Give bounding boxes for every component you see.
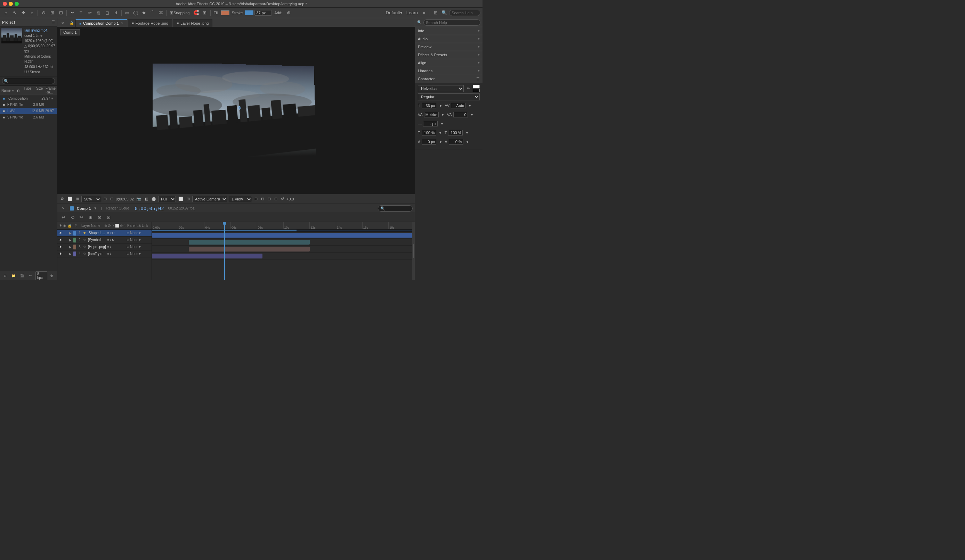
layer-switch-slash[interactable]: / (114, 231, 115, 235)
zoom-dropdown[interactable]: 50% 100% 25% (81, 196, 101, 202)
parent-dropdown-icon[interactable]: ▾ (139, 238, 141, 242)
camera-dropdown[interactable]: Active Camera Top Front (192, 196, 227, 202)
search-help-input[interactable] (449, 10, 481, 16)
parent-dropdown-icon[interactable]: ▾ (139, 231, 141, 235)
font-color-button[interactable]: ✏ (465, 85, 471, 92)
file-item[interactable]: ■ IamTrying.mp4 AVI 12.6 MB 29.97 (0, 108, 57, 114)
layer-expand-button[interactable]: ▶ (69, 245, 73, 249)
track-area[interactable]: 0:00s 02s 04s 06s 08s 10s 12s 14s 16s 18… (152, 222, 415, 280)
tracking-input[interactable] (451, 103, 466, 108)
layer-row[interactable]: 👁 ▶ 2 ☆ [Symbolism_1.png] ⊕ / fx ⊙ (57, 237, 152, 243)
layer-row[interactable]: 👁 ▶ 4 ☆ [IamTrying.mp4] ⊕ / ⊙ (57, 250, 152, 258)
layer-expand-button[interactable]: ▶ (69, 231, 73, 235)
viewer-grid-button[interactable]: ⊞ (75, 196, 80, 202)
layer-switch-1[interactable]: ⊕ (107, 252, 110, 256)
tl-comp-button[interactable]: ⊞ (87, 214, 94, 221)
file-item[interactable]: ■ Comp 1 Composition 29.97 ≡ (0, 95, 57, 101)
camera-orbit-tool[interactable]: ⊙ (39, 9, 47, 17)
maximize-button[interactable] (15, 2, 19, 6)
preview-section-header[interactable]: Preview ▾ (415, 43, 483, 51)
baseline-shift-down[interactable]: ▾ (438, 138, 443, 145)
parent-value[interactable]: None (130, 245, 138, 249)
layer-search-input[interactable] (378, 205, 413, 212)
libraries-section-header[interactable]: Libraries ▾ (415, 67, 483, 75)
delete-button[interactable]: 🗑 (48, 272, 56, 280)
new-comp-from-footage-button[interactable]: ⊞ (2, 272, 9, 280)
star-tool[interactable]: ★ (140, 9, 148, 17)
tsume-down[interactable]: ▾ (465, 138, 470, 145)
track-bar[interactable] (189, 240, 310, 245)
bezier-tool[interactable]: ⌒ (149, 9, 156, 17)
rect-tool[interactable]: ▭ (123, 9, 131, 17)
layer-star[interactable]: ★ (83, 231, 87, 235)
h-scale-down[interactable]: ▾ (438, 129, 443, 137)
layer-switch-1[interactable]: ⊕ (107, 231, 110, 235)
baseline-down[interactable]: ▾ (469, 111, 475, 118)
parent-value[interactable]: None (130, 238, 138, 242)
unit-input[interactable] (423, 121, 438, 126)
fill-color-swatch[interactable] (221, 10, 229, 15)
lock-tab-button[interactable]: 🔒 (68, 19, 75, 27)
quality-icon-button[interactable]: ⬜ (177, 196, 184, 202)
layer-expand-button[interactable]: ▶ (69, 252, 73, 256)
tracking-down[interactable]: ▾ (467, 102, 473, 109)
tl-null-button[interactable]: ⊡ (105, 214, 112, 221)
search-help-button[interactable]: 🔍 (440, 9, 448, 17)
baseline-shift-input[interactable] (422, 139, 436, 145)
layer-switch-2[interactable]: ∅ (110, 231, 113, 235)
view-options-button[interactable]: ⊞ (254, 196, 258, 202)
new-folder-button[interactable]: 📁 (10, 272, 17, 280)
workspace-button[interactable]: ⊞ (432, 9, 439, 17)
hand-tool[interactable]: ✥ (20, 9, 27, 17)
layer-star[interactable]: ☆ (83, 245, 87, 249)
region-button[interactable]: ⊞ (186, 196, 191, 202)
tl-parent-button[interactable]: ↩ (59, 214, 67, 221)
brush-tool[interactable]: ✏ (86, 9, 93, 17)
effects-presets-header[interactable]: Effects & Presets ▾ (415, 51, 483, 59)
more-tools-button[interactable]: » (420, 9, 428, 17)
layer-visibility-toggle[interactable]: 👁 (58, 238, 63, 242)
quality-dropdown[interactable]: Full Half Auto (158, 196, 176, 202)
learn-button[interactable]: Learn (405, 9, 419, 17)
viewer-settings-button[interactable]: ⚙ (59, 196, 65, 202)
comp-mini-button[interactable]: ⊞ (273, 196, 278, 202)
camera-pan-tool[interactable]: ⊡ (57, 9, 65, 17)
stroke-color-swatch[interactable] (473, 88, 480, 92)
v-scale-down[interactable]: ▾ (464, 129, 469, 137)
tab-footage[interactable]: ■ Footage Hope .png (128, 19, 172, 27)
layer-visibility-toggle[interactable]: 👁 (58, 252, 63, 256)
transparency-button[interactable]: ◧ (144, 196, 149, 202)
kerning-input[interactable] (424, 112, 439, 118)
track-row[interactable] (152, 246, 415, 253)
character-section-header[interactable]: Character ☰ (415, 75, 483, 83)
pen-tool[interactable]: ✒ (69, 9, 76, 17)
clone-tool[interactable]: ⎘ (95, 9, 102, 17)
font-size-down[interactable]: ▾ (438, 102, 443, 109)
minimize-button[interactable] (9, 2, 13, 6)
tab-layer[interactable]: ■ Layer Hope .png (173, 19, 213, 27)
layer-star[interactable]: ☆ (83, 238, 87, 242)
new-comp-button[interactable]: 🎬 (18, 272, 26, 280)
scroll-thumb[interactable] (413, 244, 414, 258)
parent-value[interactable]: None (130, 231, 138, 235)
sort-icon[interactable]: ▲ (11, 88, 15, 92)
color-display-button[interactable]: ⬤ (150, 196, 157, 202)
viewer-screen-button[interactable]: ⬜ (66, 196, 74, 202)
view-dropdown[interactable]: 1 View 2 Views (229, 196, 252, 202)
magnet-icon[interactable]: 🧲 (192, 9, 200, 17)
camera-snapshot-button[interactable]: 📷 (135, 196, 142, 202)
track-row[interactable] (152, 238, 415, 246)
fit-comp-button[interactable]: ⊡ (103, 196, 108, 202)
h-scale-input[interactable] (422, 130, 436, 136)
layer-switch-1[interactable]: ⊕ (107, 238, 110, 242)
font-size-input[interactable] (422, 103, 436, 108)
comp-tab-close[interactable]: ✕ (121, 21, 123, 25)
select-tool[interactable]: ↖ (11, 9, 18, 17)
layer-visibility-toggle[interactable]: 👁 (58, 231, 63, 235)
comp-flowchart-button[interactable]: ⊟ (267, 196, 272, 202)
font-family-select[interactable]: Helvetica (418, 85, 464, 92)
timeline-close-button[interactable]: ✕ (59, 205, 67, 212)
ellipse-tool[interactable]: ◯ (132, 9, 139, 17)
work-area-region[interactable] (152, 230, 296, 231)
file-item[interactable]: ■ Hope .png PNG file 3.9 MB (0, 101, 57, 108)
